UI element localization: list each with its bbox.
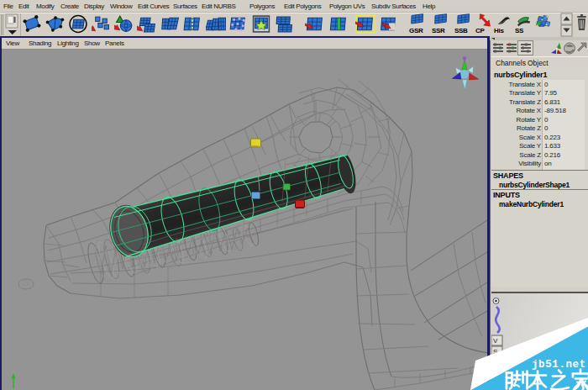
svg-text:jb51.net: jb51.net — [532, 359, 586, 371]
